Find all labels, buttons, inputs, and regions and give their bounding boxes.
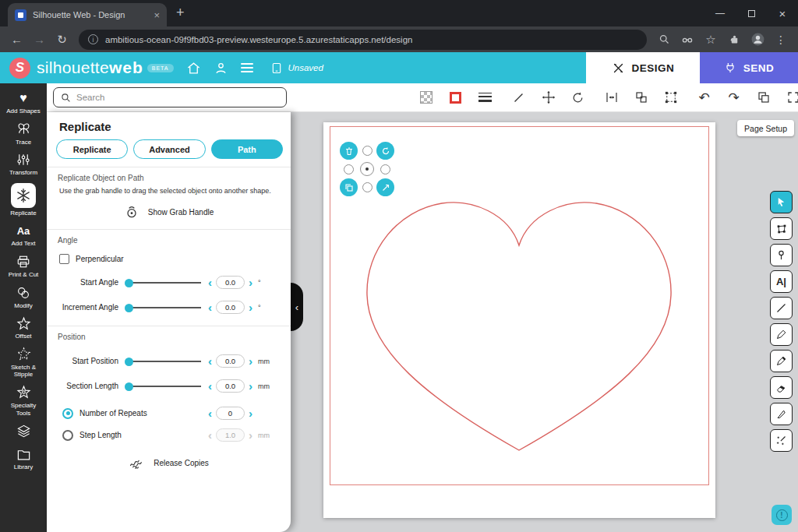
move-tool-icon[interactable] xyxy=(540,90,556,106)
tab-design[interactable]: DESIGN xyxy=(586,52,700,83)
browser-menu-icon[interactable]: ⋮ xyxy=(772,30,790,49)
sidebar-item-trace[interactable]: Trace xyxy=(1,118,46,150)
center-handle[interactable] xyxy=(360,162,374,176)
tab-path[interactable]: Path xyxy=(211,139,283,159)
perpendicular-checkbox[interactable] xyxy=(59,254,69,264)
tab-close-icon[interactable]: × xyxy=(154,9,160,21)
magic-wand-tool[interactable] xyxy=(770,429,793,452)
draw-line-icon[interactable] xyxy=(510,90,527,106)
knife-tool[interactable] xyxy=(770,403,793,425)
sidebar-item-transform[interactable]: Transform xyxy=(1,149,46,180)
zoom-icon[interactable] xyxy=(655,30,673,49)
section-length-value[interactable]: 0.0 xyxy=(216,379,245,393)
minimize-button[interactable]: — xyxy=(704,0,736,26)
home-icon[interactable] xyxy=(186,61,201,76)
undo-icon[interactable]: ↶ xyxy=(696,90,712,106)
password-manager-icon[interactable] xyxy=(678,30,697,49)
decrement-icon[interactable]: ‹ xyxy=(207,355,214,367)
sidebar-item-print-cut[interactable]: Print & Cut xyxy=(1,251,46,282)
scale-handle[interactable] xyxy=(376,178,394,196)
search-box[interactable] xyxy=(53,87,287,107)
increment-icon[interactable]: › xyxy=(247,380,254,392)
start-position-value[interactable]: 0.0 xyxy=(216,354,245,368)
tab-send[interactable]: SEND xyxy=(700,52,798,83)
search-input[interactable] xyxy=(76,93,279,102)
pin-tool[interactable] xyxy=(770,244,793,266)
bounding-box-icon[interactable] xyxy=(662,90,679,106)
design-canvas[interactable]: Page Setup ‹ xyxy=(291,112,798,532)
step-length-radio[interactable] xyxy=(62,430,73,441)
number-of-repeats-radio[interactable] xyxy=(62,408,73,419)
site-info-icon[interactable]: i xyxy=(88,34,98,44)
sidebar-item-specialty-tools[interactable]: Specialty Tools xyxy=(1,382,46,420)
address-bar[interactable]: i ambitious-ocean-09f9fbd03-preview.west… xyxy=(79,30,647,50)
rotate-tool-icon[interactable] xyxy=(570,90,586,106)
tab-replicate[interactable]: Replicate xyxy=(56,139,128,159)
show-grab-handle-button[interactable]: Show Grab Handle xyxy=(47,196,291,229)
section-length-slider[interactable] xyxy=(125,382,201,391)
increment-icon[interactable]: › xyxy=(247,301,254,313)
tab-advanced[interactable]: Advanced xyxy=(133,139,205,159)
profile-avatar[interactable] xyxy=(748,30,767,49)
group-objects-icon[interactable] xyxy=(755,90,772,106)
decrement-icon[interactable]: ‹ xyxy=(207,380,214,392)
back-button[interactable]: ← xyxy=(6,29,27,50)
extensions-icon[interactable] xyxy=(725,30,743,49)
increment-icon[interactable]: › xyxy=(247,355,254,367)
line-tool[interactable] xyxy=(770,297,793,319)
resize-handle[interactable] xyxy=(362,146,373,156)
transparent-fill-icon[interactable] xyxy=(418,90,434,106)
browser-tab[interactable]: Silhouette Web - Design × xyxy=(8,3,167,26)
point-edit-tool[interactable] xyxy=(770,217,793,240)
release-copies-button[interactable]: Release Copies xyxy=(47,456,291,470)
rotate-handle[interactable] xyxy=(376,142,394,160)
panel-collapse-handle[interactable]: ‹ xyxy=(291,283,303,331)
increment-angle-slider[interactable] xyxy=(125,303,201,312)
resize-handle[interactable] xyxy=(344,164,354,174)
reload-button[interactable]: ↻ xyxy=(51,29,72,50)
sidebar-item-sketch-stipple[interactable]: Sketch & Stipple xyxy=(1,344,46,382)
sidebar-item-modify[interactable]: Modify xyxy=(1,282,46,313)
start-angle-value[interactable]: 0.0 xyxy=(216,276,245,289)
resize-handle[interactable] xyxy=(362,182,373,192)
pen-tool[interactable] xyxy=(770,350,793,372)
decrement-icon[interactable]: ‹ xyxy=(207,301,214,313)
sidebar-item-add-text[interactable]: Aa Add Text xyxy=(1,220,46,251)
forward-button[interactable]: → xyxy=(29,29,50,50)
duplicate-handle[interactable] xyxy=(340,178,358,196)
replicate-objects-icon[interactable] xyxy=(633,90,649,106)
sidebar-item-replicate[interactable]: Replicate xyxy=(1,180,46,220)
increment-icon[interactable]: › xyxy=(247,407,254,419)
increment-angle-value[interactable]: 0.0 xyxy=(216,301,245,314)
resize-handle[interactable] xyxy=(380,164,390,174)
help-info-button[interactable]: ! xyxy=(772,505,792,525)
start-angle-slider[interactable] xyxy=(125,278,201,287)
repeats-value[interactable]: 0 xyxy=(216,407,245,420)
line-style-icon[interactable] xyxy=(477,90,493,106)
bookmark-star-icon[interactable]: ☆ xyxy=(701,30,720,49)
text-tool[interactable]: A| xyxy=(770,270,793,293)
maximize-button[interactable] xyxy=(736,0,767,26)
line-color-icon[interactable] xyxy=(447,90,464,106)
spacing-icon[interactable] xyxy=(603,90,620,106)
account-icon[interactable] xyxy=(214,61,228,76)
decrement-icon[interactable]: ‹ xyxy=(207,277,214,288)
sidebar-item-add-shapes[interactable]: ♥ Add Shapes xyxy=(1,87,46,118)
select-tool[interactable] xyxy=(770,191,793,213)
delete-handle[interactable] xyxy=(340,142,358,160)
pencil-tool[interactable] xyxy=(770,323,793,346)
new-tab-button[interactable]: + xyxy=(176,5,185,21)
start-position-slider[interactable] xyxy=(125,357,201,366)
sidebar-item-layers[interactable] xyxy=(1,420,46,443)
menu-icon[interactable] xyxy=(241,63,253,72)
decrement-icon[interactable]: ‹ xyxy=(207,407,214,419)
page-setup-button[interactable]: Page Setup xyxy=(737,120,794,136)
sidebar-item-offset[interactable]: Offset xyxy=(1,312,46,344)
fit-to-screen-icon[interactable] xyxy=(785,90,798,106)
design-page[interactable] xyxy=(323,122,715,518)
eraser-tool[interactable] xyxy=(770,376,793,399)
window-close-button[interactable]: × xyxy=(767,0,798,26)
redo-icon[interactable]: ↷ xyxy=(726,90,742,106)
sidebar-item-library[interactable]: Library xyxy=(1,443,46,474)
increment-icon[interactable]: › xyxy=(247,277,254,288)
